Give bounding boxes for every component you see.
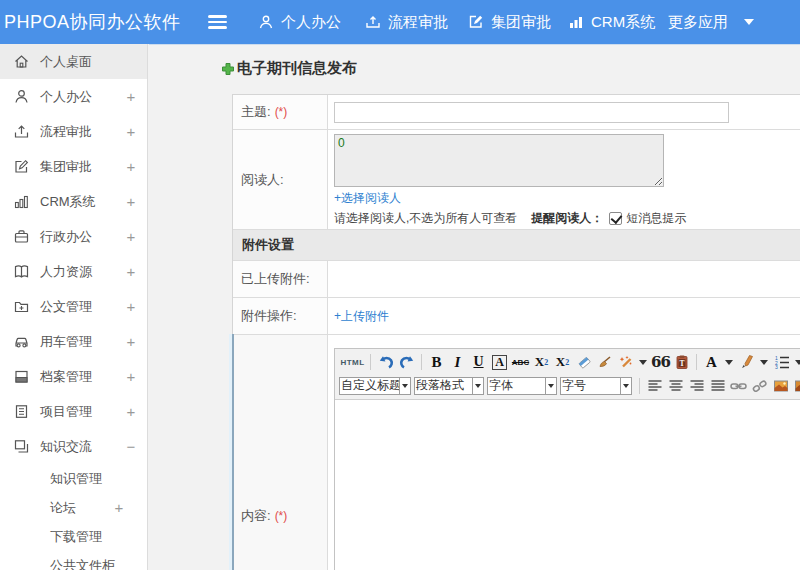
expand-plus-icon[interactable]: + — [125, 333, 137, 350]
font-family-select[interactable]: 字体 — [487, 377, 557, 395]
form-row-uploaded: 已上传附件: — [233, 260, 800, 297]
nav-more-caret[interactable] — [742, 0, 754, 44]
font-color-button[interactable]: A — [703, 352, 721, 372]
underline-button[interactable]: U — [470, 352, 488, 372]
edit-icon — [468, 14, 484, 30]
sms-notify-label: 短消息提示 — [626, 210, 686, 227]
expand-plus-icon[interactable]: + — [125, 193, 137, 210]
remind-readers-label: 提醒阅读人： — [531, 210, 603, 227]
book-icon — [13, 263, 30, 280]
subject-input[interactable] — [334, 102, 729, 123]
insert-link-icon[interactable] — [730, 376, 748, 396]
edit-icon — [13, 158, 30, 175]
app-logo: PHPOA协同办公软件 — [4, 0, 181, 44]
sidebar-subitem-label: 论坛 — [50, 499, 113, 517]
sidebar-subitem-download-mgmt[interactable]: 下载管理 — [0, 522, 147, 551]
chart-icon — [13, 193, 30, 210]
html-source-button[interactable]: HTML — [341, 352, 365, 372]
strikethrough-button[interactable]: ABC — [512, 352, 530, 372]
undo-button[interactable] — [377, 352, 395, 372]
sidebar-item-document-mgmt[interactable]: 公文管理 + — [0, 289, 147, 324]
sidebar-item-archive-mgmt[interactable]: 档案管理 + — [0, 359, 147, 394]
insert-image-icon[interactable] — [772, 376, 790, 396]
select-caret-icon[interactable] — [399, 377, 411, 395]
select-value: 字号 — [560, 377, 620, 395]
highlight-caret-icon[interactable] — [760, 360, 768, 365]
nav-more-apps[interactable]: 更多应用 — [668, 0, 728, 44]
sidebar-item-workflow[interactable]: 流程审批 + — [0, 114, 147, 149]
subscript-button[interactable]: X2 — [554, 352, 572, 372]
font-style-button[interactable]: A — [491, 352, 509, 372]
insert-media-icon[interactable] — [793, 376, 800, 396]
font-color-caret-icon[interactable] — [725, 360, 733, 365]
expand-plus-icon[interactable]: + — [125, 403, 137, 420]
rich-text-editor: HTML B I U A — [334, 348, 800, 570]
sidebar-item-group-approval[interactable]: 集团审批 + — [0, 149, 147, 184]
nav-crm-system[interactable]: CRM系统 — [568, 0, 655, 44]
sidebar-item-hr[interactable]: 人力资源 + — [0, 254, 147, 289]
bold-button[interactable]: B — [428, 352, 446, 372]
expand-plus-icon[interactable]: + — [125, 88, 137, 105]
expand-plus-icon[interactable]: + — [125, 298, 137, 315]
form-row-attachment-op: 附件操作: +上传附件 — [233, 297, 800, 334]
select-value: 自定义标题 — [339, 377, 399, 395]
sidebar-item-knowledge[interactable]: 知识交流 − — [0, 429, 147, 464]
superscript-button[interactable]: X2 — [533, 352, 551, 372]
required-mark: (*) — [275, 105, 288, 119]
unlink-icon[interactable] — [751, 376, 769, 396]
hamburger-menu-icon[interactable] — [208, 15, 227, 29]
nav-personal-office[interactable]: 个人办公 — [258, 0, 341, 44]
sidebar-subitem-public-cabinet[interactable]: 公共文件柜 — [0, 551, 147, 570]
sidebar-item-desktop[interactable]: 个人桌面 — [0, 44, 147, 79]
paste-as-text-icon[interactable]: T — [673, 352, 691, 372]
choose-readers-link[interactable]: +选择阅读人 — [334, 190, 800, 207]
expand-plus-icon[interactable]: + — [125, 228, 137, 245]
sidebar-item-admin-office[interactable]: 行政办公 + — [0, 219, 147, 254]
editor-content-area[interactable] — [335, 400, 800, 570]
paragraph-format-select[interactable]: 段落格式 — [414, 377, 484, 395]
sidebar-item-project-mgmt[interactable]: 项目管理 + — [0, 394, 147, 429]
user-icon — [13, 88, 30, 105]
nav-group-approval[interactable]: 集团审批 — [468, 0, 551, 44]
redo-button[interactable] — [398, 352, 416, 372]
align-right-icon[interactable] — [688, 376, 706, 396]
sidebar-item-personal-office[interactable]: 个人办公 + — [0, 79, 147, 114]
collapse-minus-icon[interactable]: − — [125, 438, 137, 455]
sidebar-subitem-forum[interactable]: 论坛 + — [0, 493, 147, 522]
expand-plus-icon[interactable]: + — [125, 158, 137, 175]
attachment-op-label: 附件操作: — [233, 298, 328, 334]
align-left-icon[interactable] — [646, 376, 664, 396]
expand-plus-icon[interactable]: + — [125, 263, 137, 280]
highlight-pen-icon[interactable] — [738, 352, 756, 372]
sidebar-subitem-label: 下载管理 — [50, 528, 113, 546]
sms-notify-checkbox[interactable] — [609, 212, 622, 225]
home-icon — [13, 53, 30, 70]
nav-workflow-approval[interactable]: 流程审批 — [365, 0, 448, 44]
blockquote-button[interactable]: 66 — [652, 352, 670, 372]
sidebar-item-vehicle-mgmt[interactable]: 用车管理 + — [0, 324, 147, 359]
select-caret-icon[interactable] — [620, 377, 632, 395]
select-caret-icon[interactable] — [545, 377, 557, 395]
ordered-list-caret-icon[interactable] — [795, 360, 800, 365]
auto-typeset-wand-icon[interactable] — [617, 352, 635, 372]
readers-textarea[interactable] — [334, 134, 664, 187]
expand-plus-icon[interactable]: + — [125, 123, 137, 140]
form-row-subject: 主题: (*) — [233, 95, 800, 129]
expand-plus-icon[interactable]: + — [125, 368, 137, 385]
remove-format-eraser-icon[interactable] — [575, 352, 593, 372]
custom-heading-select[interactable]: 自定义标题 — [339, 377, 411, 395]
briefcase-icon — [13, 228, 30, 245]
sidebar-item-crm[interactable]: CRM系统 + — [0, 184, 147, 219]
expand-plus-icon[interactable]: + — [113, 499, 125, 516]
auto-typeset-caret-icon[interactable] — [639, 360, 647, 365]
format-painter-brush-icon[interactable] — [596, 352, 614, 372]
align-justify-icon[interactable] — [709, 376, 727, 396]
upload-attachment-link[interactable]: +上传附件 — [334, 308, 389, 325]
font-size-select[interactable]: 字号 — [560, 377, 632, 395]
italic-button[interactable]: I — [449, 352, 467, 372]
readers-hint: 请选择阅读人,不选为所有人可查看 提醒阅读人： 短消息提示 — [334, 210, 800, 227]
ordered-list-icon[interactable]: 123 — [773, 352, 791, 372]
sidebar-subitem-knowledge-mgmt[interactable]: 知识管理 — [0, 464, 147, 493]
align-center-icon[interactable] — [667, 376, 685, 396]
select-caret-icon[interactable] — [472, 377, 484, 395]
